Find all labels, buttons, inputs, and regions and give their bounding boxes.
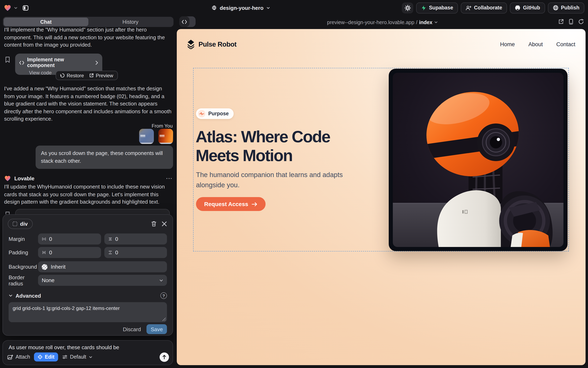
collaborate-button[interactable]: Collaborate	[461, 2, 507, 13]
tab-chat[interactable]: Chat	[4, 18, 88, 26]
code-icon	[19, 60, 24, 65]
lovable-logo-icon[interactable]	[4, 4, 11, 12]
gear-icon	[405, 5, 411, 11]
delete-element-button[interactable]	[150, 220, 158, 228]
margin-label: Margin	[9, 236, 38, 242]
margin-x-input[interactable]: 0	[38, 233, 101, 245]
phone-icon	[569, 19, 573, 25]
background-label: Background	[9, 264, 38, 270]
project-chevron-down-icon	[266, 6, 270, 9]
sliders-icon	[62, 355, 67, 359]
send-arrow-up-icon	[162, 355, 167, 359]
nav-about[interactable]: About	[528, 41, 543, 47]
close-inspector-button[interactable]	[161, 220, 168, 227]
publish-globe-icon	[553, 5, 559, 11]
textarea-resize-handle[interactable]	[162, 318, 166, 321]
padding-y-input[interactable]: 0	[104, 247, 167, 258]
preview-button[interactable]: Preview	[89, 73, 113, 78]
padding-x-input[interactable]: 0	[38, 247, 101, 258]
github-icon	[515, 5, 521, 11]
project-switcher[interactable]: design-your-hero	[211, 0, 270, 16]
padding-horizontal-icon	[42, 250, 46, 255]
composer-input[interactable]: As user mouse roll over, these cards sho…	[9, 344, 167, 350]
pulse-robot-logo-icon	[187, 39, 195, 49]
chevron-right-icon	[95, 60, 98, 65]
preview-toolbar: preview--design-your-hero.lovable.app / …	[177, 16, 588, 29]
advanced-section-toggle[interactable]: Advanced ?	[9, 292, 167, 300]
attach-image-icon	[7, 354, 13, 360]
selected-element-chip[interactable]: div	[8, 219, 33, 229]
element-tag: div	[20, 221, 28, 227]
save-button[interactable]: Save	[147, 324, 167, 334]
discard-button[interactable]: Discard	[123, 326, 141, 332]
supabase-button[interactable]: Supabase	[416, 2, 458, 13]
assistant-header: Lovable ···	[4, 175, 173, 182]
purpose-badge: Purpose	[196, 108, 234, 119]
model-chevron-down-icon	[89, 355, 92, 359]
hero-headline: Atlas: Where Code Meets Motion	[196, 127, 330, 165]
preview-url-bar[interactable]: preview--design-your-hero.lovable.app / …	[177, 16, 588, 29]
site-brand[interactable]: Pulse Robot	[187, 39, 237, 49]
border-radius-label: Border radius	[9, 274, 38, 286]
site-header: Pulse Robot Home About Contact	[187, 39, 575, 49]
target-icon	[38, 355, 43, 359]
open-external-icon	[558, 19, 564, 25]
robot-image	[393, 73, 563, 247]
code-preview-toggle[interactable]	[179, 16, 196, 27]
code-toggle-icon	[179, 16, 190, 27]
refresh-button[interactable]	[578, 19, 584, 26]
chat-panel: Chat History I'll implement the "Why Hum…	[0, 16, 177, 368]
padding-label: Padding	[9, 249, 38, 256]
margin-horizontal-icon	[42, 237, 46, 241]
pulse-icon	[198, 110, 205, 117]
nav-contact[interactable]: Contact	[556, 41, 575, 47]
model-select-button[interactable]: Default	[62, 354, 92, 360]
element-outline-icon	[13, 221, 17, 226]
attachment-thumbnail-blue[interactable]	[139, 129, 154, 144]
request-access-button[interactable]: Request Access	[196, 197, 265, 211]
border-radius-select[interactable]: None	[38, 275, 167, 286]
from-you-label: From You	[152, 123, 173, 129]
classes-textarea[interactable]: grid grid-cols-1 lg:grid-cols-2 gap-12 i…	[9, 302, 167, 322]
chat-composer[interactable]: As user mouse roll over, these cards sho…	[2, 340, 173, 365]
background-input[interactable]: Inherit	[38, 261, 167, 272]
page-chevron-down-icon	[434, 20, 438, 24]
attach-button[interactable]: Attach	[7, 354, 30, 360]
message-overflow-menu[interactable]: ···	[166, 175, 173, 182]
preview-url: preview--design-your-hero.lovable.app	[327, 19, 415, 25]
sidebar-toggle-button[interactable]	[20, 3, 31, 13]
project-name: design-your-hero	[220, 5, 264, 11]
restore-icon	[60, 73, 65, 78]
hero-robot-card	[389, 69, 568, 251]
hero-subheadline: The humanoid companion that learns and a…	[196, 170, 360, 190]
assistant-message-1: I'll implement the "Why Humanoid" sectio…	[4, 26, 173, 49]
external-link-icon	[89, 73, 94, 78]
trash-icon	[151, 221, 157, 227]
settings-button[interactable]	[402, 2, 414, 13]
margin-y-input[interactable]: 0	[104, 233, 167, 245]
app-window: design-your-hero Supabase	[0, 0, 588, 368]
workspace-chevron-down-icon[interactable]	[14, 6, 18, 9]
website-preview: Pulse Robot Home About Contact Purpose A…	[177, 29, 586, 365]
attachment-thumbnail-orange[interactable]	[158, 129, 173, 144]
open-in-new-tab-button[interactable]	[558, 19, 564, 26]
user-message-bubble: As you scroll down the page, these compo…	[36, 146, 173, 169]
select-chevron-down-icon	[159, 278, 163, 282]
help-icon[interactable]: ?	[161, 292, 167, 299]
publish-button[interactable]: Publish	[548, 2, 584, 13]
send-button[interactable]	[160, 352, 169, 362]
tab-history[interactable]: History	[88, 18, 173, 26]
padding-vertical-icon	[108, 250, 112, 255]
restore-button[interactable]: Restore	[60, 73, 84, 78]
assistant-name: Lovable	[14, 175, 34, 182]
chat-history-tabs: Chat History	[3, 17, 173, 27]
github-button[interactable]: GitHub	[510, 2, 545, 13]
nav-home[interactable]: Home	[500, 41, 515, 47]
edit-mode-button[interactable]: Edit	[34, 352, 58, 361]
assistant-message-2: I've added a new "Why Humanoid" section …	[4, 85, 173, 123]
mobile-view-button[interactable]	[569, 19, 573, 26]
top-bar: design-your-hero Supabase	[0, 0, 588, 16]
assistant-message-3: I'll update the WhyHumanoid component to…	[4, 183, 173, 206]
margin-vertical-icon	[108, 237, 112, 241]
bookmark-icon[interactable]	[5, 56, 10, 64]
